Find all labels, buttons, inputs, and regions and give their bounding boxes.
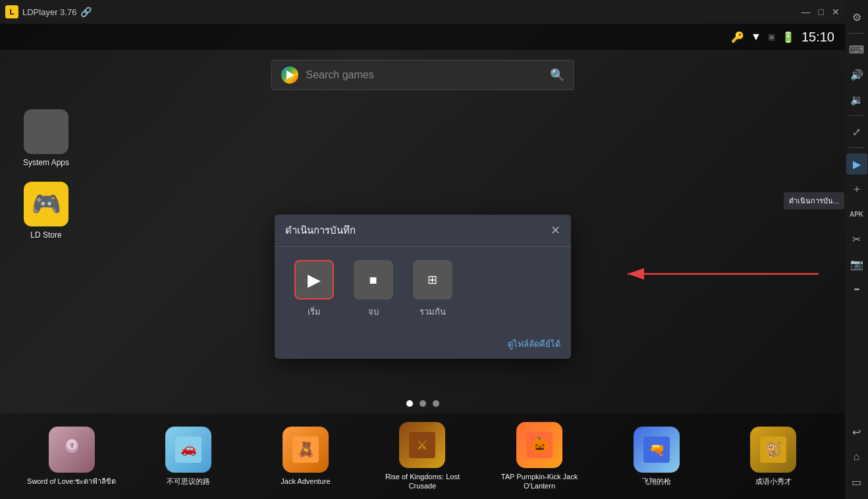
dialog-header: ดำเนินการบันทึก ✕	[275, 215, 571, 247]
sidebar-record-icon[interactable]: ▶	[846, 153, 867, 174]
sidebar-divider-3	[849, 147, 865, 148]
sidebar-add-icon[interactable]: ＋	[846, 178, 867, 199]
search-placeholder[interactable]: Search games	[306, 69, 542, 81]
system-apps-icon[interactable]: System Apps	[20, 109, 72, 169]
flying-gun-icon: 🔫	[634, 427, 680, 473]
search-container: Search games 🔍	[271, 60, 574, 90]
start-record-icon: ▶	[294, 260, 334, 300]
minimize-button[interactable]: —	[801, 7, 811, 17]
pagination-dot-2[interactable]	[420, 400, 426, 407]
sidebar-recents-icon[interactable]: ▭	[846, 471, 867, 492]
titlebar-controls: — □ ✕	[801, 7, 840, 17]
tooltip: ดำเนินการบัน...	[784, 192, 844, 209]
sidebar-more-icon[interactable]: •••	[846, 278, 867, 300]
pagination-dot-1[interactable]	[406, 400, 413, 407]
sidebar-volume-down-icon[interactable]: 🔉	[846, 89, 867, 110]
merge-record-button[interactable]: ⊞ รวมกัน	[413, 260, 452, 319]
emulator-area: 🔑 ▼ ▣ 🔋 15:10 Search games 🔍	[0, 24, 845, 499]
sidebar-camera-icon[interactable]: 📷	[846, 253, 867, 275]
status-bar: 🔑 ▼ ▣ 🔋 15:10	[0, 24, 845, 50]
app-jack-adventure[interactable]: 🧸 Jack Adventure	[256, 427, 355, 486]
app-tap-pumpkin[interactable]: 🎃 TAP Pumpkin-Kick Jack O'Lantern	[490, 422, 589, 491]
app-sword-of-love[interactable]: 🗡 Sword of Love:ชะตาฟ้าลิขิต	[22, 427, 121, 486]
app-idiom[interactable]: 🐒 成语小秀才	[724, 427, 823, 486]
idiom-icon: 🐒	[750, 427, 796, 473]
search-icon[interactable]: 🔍	[550, 68, 564, 82]
pagination-dots	[406, 400, 439, 407]
dialog-body: ▶ เริ่ม ■ จบ ⊞ รวมกัน	[275, 247, 571, 332]
svg-text:🗡: 🗡	[68, 442, 75, 449]
stop-record-icon: ■	[354, 260, 393, 300]
titlebar-left: L LDPlayer 3.76 🔗	[5, 5, 92, 18]
sidebar-divider-1	[849, 33, 865, 34]
sidebar-back-icon[interactable]: ↩	[846, 421, 867, 442]
maximize-button[interactable]: □	[819, 7, 824, 17]
system-apps-label: System Apps	[23, 158, 69, 169]
app-road[interactable]: 🚗 不可思议的路	[139, 427, 238, 486]
ld-store-icon[interactable]: 🎮 LD Store	[20, 182, 72, 241]
bottom-apps: 🗡 Sword of Love:ชะตาฟ้าลิขิต 🚗 不可思议的路 🧸	[0, 413, 845, 499]
road-label: 不可思议的路	[167, 477, 210, 486]
titlebar: L LDPlayer 3.76 🔗 — □ ✕	[0, 0, 845, 24]
dialog-footer: ดูไฟล์ลัดคีย์ได้	[275, 332, 571, 359]
stop-record-label: จบ	[368, 305, 379, 319]
app-rise-of-kingdoms[interactable]: ⚔ Rise of Kingdoms: Lost Crusade	[373, 422, 472, 491]
sword-of-love-label: Sword of Love:ชะตาฟ้าลิขิต	[27, 477, 116, 486]
road-icon: 🚗	[165, 427, 211, 473]
search-bar[interactable]: Search games 🔍	[271, 60, 574, 90]
sidebar-expand-icon[interactable]: ⤢	[846, 121, 867, 142]
flying-gun-label: 飞翔的枪	[642, 477, 671, 486]
merge-record-label: รวมกัน	[420, 305, 446, 319]
dialog-close-button[interactable]: ✕	[551, 223, 560, 238]
sidebar-keyboard-icon[interactable]: ⌨	[846, 39, 867, 60]
dialog-title: ดำเนินการบันทึก	[285, 223, 356, 238]
sidebar-volume-up-icon[interactable]: 🔊	[846, 64, 867, 85]
app-flying-gun[interactable]: 🔫 飞翔的枪	[607, 427, 706, 486]
merge-record-icon: ⊞	[413, 260, 452, 300]
clock: 15:10	[801, 30, 834, 45]
stop-record-button[interactable]: ■ จบ	[354, 260, 393, 319]
jack-adventure-icon: 🧸	[283, 427, 329, 473]
start-record-label: เริ่ม	[308, 305, 321, 319]
svg-text:🔫: 🔫	[648, 442, 665, 458]
titlebar-logo: L	[5, 5, 18, 18]
sword-of-love-icon: 🗡	[49, 427, 95, 473]
battery-icon: 🔋	[782, 31, 795, 43]
tap-pumpkin-icon: 🎃	[516, 422, 562, 468]
tap-pumpkin-label: TAP Pumpkin-Kick Jack O'Lantern	[490, 472, 589, 491]
desktop-icons: System Apps 🎮 LD Store	[20, 109, 72, 240]
recording-dialog: ดำเนินการบันทึก ✕ ▶ เริ่ม ■ จบ ⊞ รวมกัน …	[275, 215, 571, 359]
svg-text:🎃: 🎃	[531, 436, 549, 454]
sidebar-settings-icon[interactable]: ⚙	[846, 7, 867, 28]
close-button[interactable]: ✕	[832, 7, 840, 17]
ld-store-label: LD Store	[30, 230, 61, 241]
svg-text:⚔: ⚔	[416, 438, 428, 452]
play-store-icon	[281, 66, 298, 84]
link-icon: 🔗	[80, 7, 92, 17]
key-icon: 🔑	[731, 31, 744, 43]
start-record-button[interactable]: ▶ เริ่ม	[294, 260, 334, 319]
sidebar-divider-2	[849, 115, 865, 116]
signal-icon: ▣	[768, 32, 775, 41]
rise-of-kingdoms-icon: ⚔	[399, 422, 445, 468]
sidebar-home-icon[interactable]: ⌂	[846, 446, 867, 467]
rise-of-kingdoms-label: Rise of Kingdoms: Lost Crusade	[373, 472, 472, 491]
pagination-dot-3[interactable]	[433, 400, 439, 407]
wifi-icon: ▼	[751, 31, 761, 43]
shortcut-link[interactable]: ดูไฟล์ลัดคีย์ได้	[508, 337, 560, 351]
svg-text:🐒: 🐒	[765, 440, 783, 458]
jack-adventure-label: Jack Adventure	[281, 477, 330, 486]
sidebar-scissors-icon[interactable]: ✂	[846, 228, 867, 250]
right-sidebar: ⚙ ⌨ 🔊 🔉 ⤢ ▶ ＋ APK ✂ 📷 ••• ↩ ⌂ ▭	[845, 0, 868, 499]
sidebar-apk-icon[interactable]: APK	[846, 203, 867, 224]
svg-text:🚗: 🚗	[180, 440, 197, 456]
svg-text:🧸: 🧸	[296, 440, 315, 458]
idiom-label: 成语小秀才	[755, 477, 792, 486]
titlebar-title: LDPlayer 3.76	[22, 7, 76, 17]
